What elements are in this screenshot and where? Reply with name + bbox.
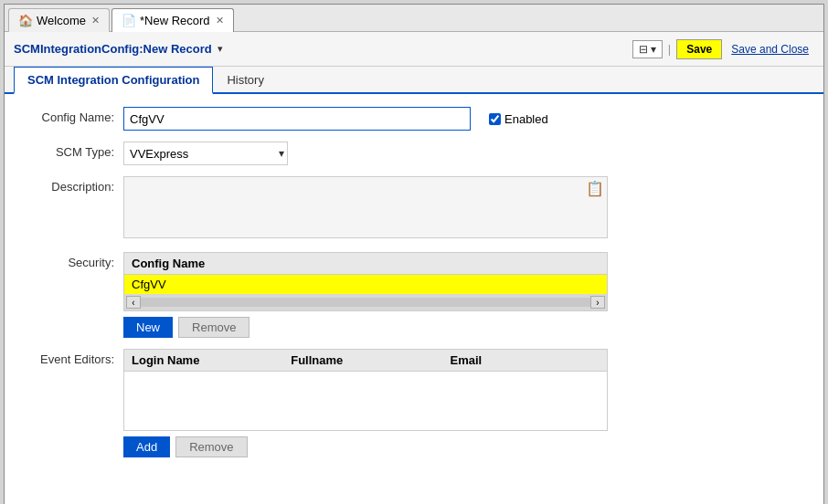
event-col-fullname: Fullname xyxy=(283,350,442,372)
layout-button[interactable]: ⊟ ▾ xyxy=(632,40,663,58)
content-tabs: SCM Integration Configuration History xyxy=(5,67,823,94)
app-window: 🏠 Welcome ✕ 📄 *New Record ✕ SCMIntegrati… xyxy=(4,4,824,504)
new-record-icon: 📄 xyxy=(122,14,136,27)
security-new-button[interactable]: New xyxy=(123,317,173,338)
main-content: Config Name: Enabled SCM Type: VVExpress xyxy=(5,94,823,504)
event-editors-control: Login Name Fullname Email xyxy=(123,349,805,457)
event-editors-label: Event Editors: xyxy=(23,349,123,366)
event-table-empty-row3 xyxy=(124,410,607,429)
tab-bar: 🏠 Welcome ✕ 📄 *New Record ✕ xyxy=(5,5,823,32)
description-label: Description: xyxy=(23,176,123,194)
scroll-left-btn[interactable]: ‹ xyxy=(126,296,141,309)
welcome-icon: 🏠 xyxy=(18,14,33,27)
security-cell-cfgvv[interactable]: CfgVV xyxy=(124,275,607,295)
tab-new-record-label: *New Record xyxy=(140,14,210,27)
toolbar-dropdown-arrow[interactable]: ▾ xyxy=(218,43,223,55)
security-scrollbar: ‹ › xyxy=(124,294,607,310)
event-editors-row: Event Editors: Login Name Fullname Email xyxy=(23,349,805,457)
event-table-empty-row2 xyxy=(124,391,607,410)
security-row-1[interactable]: CfgVV xyxy=(124,275,607,295)
description-wrapper: 📋 xyxy=(123,176,608,241)
tab-welcome[interactable]: 🏠 Welcome ✕ xyxy=(8,8,110,32)
event-add-button[interactable]: Add xyxy=(123,436,170,457)
event-remove-button: Remove xyxy=(175,436,247,457)
event-col-login: Login Name xyxy=(124,350,283,372)
event-table: Login Name Fullname Email xyxy=(124,350,607,429)
description-textarea[interactable] xyxy=(123,176,608,238)
save-close-button[interactable]: Save and Close xyxy=(726,40,814,58)
security-table-wrapper: Config Name CfgVV ‹ › xyxy=(123,252,608,311)
scm-type-row: SCM Type: VVExpress Git SVN ▾ xyxy=(23,142,805,165)
description-doc-icon: 📋 xyxy=(586,180,604,197)
event-table-wrapper: Login Name Fullname Email xyxy=(123,349,608,431)
tab-history[interactable]: History xyxy=(213,67,277,94)
scroll-track xyxy=(141,298,590,307)
event-col-email: Email xyxy=(442,350,607,372)
event-editors-btn-row: Add Remove xyxy=(123,436,805,457)
config-name-label: Config Name: xyxy=(23,107,123,124)
scm-type-select-wrapper: VVExpress Git SVN ▾ xyxy=(123,142,288,165)
enabled-label: Enabled xyxy=(504,112,548,126)
tab-welcome-close[interactable]: ✕ xyxy=(91,15,100,26)
enabled-checkbox[interactable] xyxy=(489,113,501,125)
security-table: Config Name CfgVV xyxy=(124,253,607,294)
save-button[interactable]: Save xyxy=(676,39,722,59)
security-remove-button: Remove xyxy=(178,317,249,338)
scm-type-control: VVExpress Git SVN ▾ xyxy=(123,142,805,165)
tab-new-record[interactable]: 📄 *New Record ✕ xyxy=(111,8,234,32)
tab-history-label: History xyxy=(227,73,263,87)
tab-new-record-close[interactable]: ✕ xyxy=(216,15,224,26)
security-control: Config Name CfgVV ‹ › xyxy=(123,252,805,338)
config-name-control: Enabled xyxy=(123,107,805,131)
toolbar-separator: | xyxy=(668,42,671,56)
description-control: 📋 xyxy=(123,176,805,241)
tab-scm-integration-label: SCM Integration Configuration xyxy=(27,73,199,87)
toolbar-left: SCMIntegrationConfig:New Record ▾ xyxy=(14,42,223,56)
security-btn-row: New Remove xyxy=(123,317,805,338)
event-table-empty-row xyxy=(124,372,607,392)
tab-scm-integration[interactable]: SCM Integration Configuration xyxy=(14,67,213,94)
config-name-input[interactable] xyxy=(123,107,471,131)
enabled-area: Enabled xyxy=(489,112,548,126)
scm-type-select[interactable]: VVExpress Git SVN xyxy=(123,142,288,165)
tab-welcome-label: Welcome xyxy=(37,14,86,27)
config-name-row: Config Name: Enabled xyxy=(23,107,805,131)
security-label: Security: xyxy=(23,252,123,269)
security-col-header: Config Name xyxy=(124,253,607,275)
security-row: Security: Config Name CfgVV xyxy=(23,252,805,338)
scm-type-label: SCM Type: xyxy=(23,142,123,159)
toolbar: SCMIntegrationConfig:New Record ▾ ⊟ ▾ | … xyxy=(5,32,823,67)
toolbar-title: SCMIntegrationConfig:New Record xyxy=(14,42,212,56)
description-row: Description: 📋 xyxy=(23,176,805,241)
scroll-right-btn[interactable]: › xyxy=(590,296,605,309)
toolbar-right: ⊟ ▾ | Save Save and Close xyxy=(632,39,815,59)
